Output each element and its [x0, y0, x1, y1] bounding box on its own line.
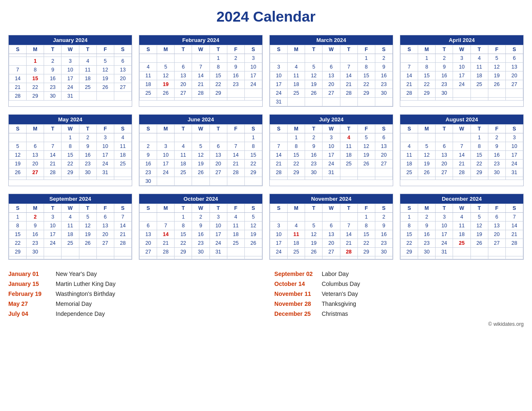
calendar-day[interactable]: 21 — [340, 80, 357, 89]
calendar-day[interactable]: 6 — [436, 142, 453, 151]
calendar-day[interactable]: 29 — [357, 89, 375, 98]
calendar-day[interactable]: 18 — [114, 151, 131, 160]
calendar-day[interactable]: 17 — [157, 160, 175, 168]
calendar-day[interactable]: 24 — [44, 239, 62, 248]
calendar-day[interactable] — [340, 213, 357, 221]
calendar-day[interactable]: 5 — [305, 63, 323, 71]
calendar-day[interactable]: 7 — [192, 63, 209, 71]
calendar-day[interactable]: 20 — [323, 239, 340, 248]
calendar-day[interactable] — [505, 98, 523, 101]
calendar-day[interactable]: 5 — [305, 221, 323, 230]
calendar-day[interactable] — [375, 98, 392, 106]
calendar-day[interactable] — [305, 177, 323, 180]
calendar-day[interactable]: 15 — [209, 71, 227, 80]
calendar-day[interactable]: 12 — [470, 221, 488, 230]
calendar-day[interactable] — [227, 133, 244, 142]
calendar-day[interactable] — [470, 256, 488, 259]
calendar-day[interactable] — [44, 133, 62, 142]
calendar-day[interactable]: 19 — [157, 80, 175, 89]
calendar-day[interactable] — [27, 133, 44, 142]
calendar-day[interactable]: 27 — [436, 168, 453, 177]
calendar-day[interactable]: 25 — [288, 248, 305, 256]
calendar-day[interactable] — [305, 98, 323, 106]
calendar-day[interactable]: 4 — [227, 213, 244, 221]
calendar-day[interactable]: 3 — [270, 221, 288, 230]
calendar-day[interactable]: 18 — [401, 160, 418, 168]
calendar-day[interactable]: 16 — [27, 230, 44, 239]
calendar-day[interactable] — [157, 54, 175, 63]
calendar-day[interactable]: 26 — [9, 168, 27, 177]
calendar-day[interactable]: 31 — [209, 248, 227, 256]
calendar-day[interactable]: 15 — [401, 230, 418, 239]
calendar-day[interactable]: 2 — [375, 54, 392, 63]
calendar-day[interactable]: 27 — [488, 239, 505, 248]
calendar-day[interactable]: 17 — [270, 80, 288, 89]
calendar-day[interactable]: 3 — [157, 142, 175, 151]
calendar-day[interactable] — [44, 256, 62, 259]
calendar-day[interactable]: 11 — [288, 230, 305, 239]
calendar-day[interactable]: 5 — [418, 142, 436, 151]
calendar-day[interactable]: 8 — [357, 221, 375, 230]
calendar-day[interactable] — [453, 133, 470, 142]
calendar-day[interactable]: 5 — [470, 213, 488, 221]
calendar-day[interactable]: 3 — [270, 63, 288, 71]
calendar-day[interactable]: 16 — [375, 71, 392, 80]
calendar-day[interactable]: 31 — [323, 168, 340, 177]
calendar-day[interactable] — [375, 177, 392, 180]
calendar-day[interactable]: 21 — [340, 239, 357, 248]
calendar-day[interactable]: 1 — [357, 54, 375, 63]
calendar-day[interactable] — [418, 177, 436, 180]
calendar-day[interactable] — [140, 98, 157, 101]
calendar-day[interactable]: 5 — [192, 142, 209, 151]
calendar-day[interactable] — [62, 177, 79, 180]
calendar-day[interactable] — [175, 177, 192, 186]
calendar-day[interactable]: 17 — [44, 230, 62, 239]
calendar-day[interactable] — [470, 248, 488, 256]
calendar-day[interactable] — [244, 98, 262, 101]
calendar-day[interactable]: 14 — [227, 151, 244, 160]
calendar-day[interactable] — [157, 213, 175, 221]
calendar-day[interactable]: 18 — [288, 80, 305, 89]
calendar-day[interactable]: 28 — [270, 168, 288, 177]
calendar-day[interactable]: 9 — [79, 142, 96, 151]
calendar-day[interactable]: 4 — [62, 213, 79, 221]
calendar-day[interactable]: 16 — [44, 74, 62, 83]
calendar-day[interactable] — [175, 256, 192, 259]
calendar-day[interactable] — [114, 177, 131, 180]
calendar-day[interactable]: 28 — [340, 248, 357, 256]
calendar-day[interactable]: 13 — [114, 66, 131, 74]
calendar-day[interactable]: 6 — [27, 142, 44, 151]
calendar-day[interactable]: 6 — [175, 63, 192, 71]
calendar-day[interactable]: 23 — [488, 160, 505, 168]
calendar-day[interactable] — [209, 177, 227, 186]
calendar-day[interactable]: 6 — [114, 57, 131, 66]
calendar-day[interactable] — [305, 54, 323, 63]
calendar-day[interactable] — [192, 54, 209, 63]
calendar-day[interactable]: 19 — [418, 160, 436, 168]
calendar-day[interactable] — [192, 177, 209, 186]
calendar-day[interactable] — [470, 89, 488, 98]
calendar-day[interactable]: 14 — [340, 230, 357, 239]
calendar-day[interactable] — [270, 133, 288, 142]
calendar-day[interactable]: 11 — [114, 142, 131, 151]
calendar-day[interactable]: 16 — [305, 151, 323, 160]
calendar-day[interactable] — [375, 256, 392, 259]
calendar-day[interactable]: 11 — [140, 71, 157, 80]
calendar-day[interactable]: 22 — [418, 80, 436, 89]
calendar-day[interactable]: 26 — [79, 239, 96, 248]
calendar-day[interactable] — [227, 248, 244, 256]
calendar-day[interactable]: 23 — [436, 80, 453, 89]
calendar-day[interactable]: 7 — [44, 142, 62, 151]
calendar-day[interactable]: 10 — [323, 142, 340, 151]
calendar-day[interactable]: 19 — [96, 74, 114, 83]
calendar-day[interactable]: 26 — [157, 89, 175, 98]
calendar-day[interactable]: 27 — [323, 89, 340, 98]
calendar-day[interactable]: 24 — [270, 89, 288, 98]
calendar-day[interactable]: 12 — [79, 221, 96, 230]
calendar-day[interactable]: 14 — [340, 71, 357, 80]
calendar-day[interactable]: 5 — [157, 63, 175, 71]
calendar-day[interactable]: 14 — [114, 221, 131, 230]
calendar-day[interactable]: 1 — [401, 213, 418, 221]
calendar-day[interactable]: 23 — [140, 168, 157, 177]
calendar-day[interactable]: 23 — [375, 239, 392, 248]
